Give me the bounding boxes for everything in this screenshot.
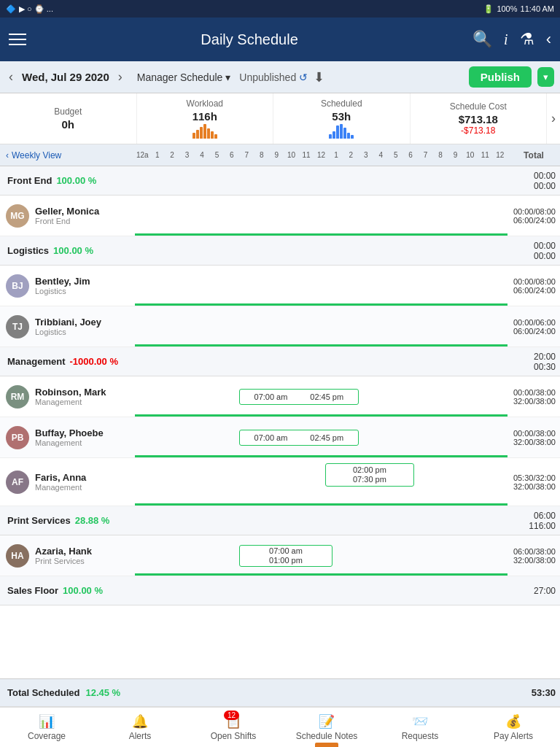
publish-button[interactable]: Publish (469, 66, 532, 88)
nav-requests[interactable]: 📨 Requests (373, 708, 467, 747)
schedule-dropdown-icon: ▾ (225, 71, 230, 83)
emp-dept-hank: Print Services (35, 557, 92, 565)
prev-date-button[interactable]: ‹ (6, 66, 16, 88)
timeline-anna[interactable]: 02:00 pm 07:30 pm (135, 458, 508, 506)
schedule-selector[interactable]: Manager Schedule ▾ (137, 71, 231, 83)
page-title: Daily Schedule (201, 31, 298, 48)
hamburger-menu[interactable] (9, 34, 26, 45)
emp-row-mark[interactable]: RM Robinson, Mark Management 07:00 am 02… (0, 376, 560, 417)
nav-left (9, 34, 26, 45)
workload-chart (192, 124, 217, 139)
status-bar: 🔷 ▶ ○ ⌚ ... 🔋 100% 11:40 AM (0, 0, 560, 18)
avatar-anna: AF (6, 471, 29, 494)
emp-row-phoebe[interactable]: PB Buffay, Phoebe Management 07:00 am 02… (0, 417, 560, 458)
weekly-view-label: Weekly View (12, 150, 61, 160)
time-6pm: 6 (403, 151, 418, 159)
dept-pct-frontend: 100.00 % (56, 175, 96, 186)
emp-total2-hank: 32:00/38:00 (513, 556, 556, 565)
nav-schedule-notes[interactable]: 📝 Schedule Notes (280, 708, 373, 747)
timeline-phoebe[interactable]: 07:00 am 02:45 pm (135, 417, 508, 457)
emp-row-jim[interactable]: BJ Bentley, Jim Logistics 00:00/08:00 06… (0, 266, 560, 306)
download-icon[interactable]: ⬇ (314, 69, 324, 85)
timeline-joey[interactable] (135, 306, 508, 347)
emp-row-joey[interactable]: TJ Tribbiani, Joey Logistics 00:00/06:00… (0, 306, 560, 347)
time-12a: 12a (135, 151, 149, 159)
emp-namedept-joey: Tribbiani, Joey Logistics (35, 317, 101, 336)
dept-row-frontend[interactable]: Front End 100.00 % 00:00 00:00 (0, 166, 560, 196)
weekly-view-button[interactable]: ‹ Weekly View (0, 150, 135, 160)
nav-pay-alerts[interactable]: 💰 Pay Alerts (467, 708, 560, 747)
time-3: 3 (179, 151, 194, 159)
timeline-hank[interactable]: 07:00 am 01:00 pm (135, 535, 508, 576)
budget-value: 0h (61, 118, 74, 131)
budget-label: Budget (54, 107, 82, 117)
nav-alerts[interactable]: 🔔 Alerts (93, 708, 187, 747)
emp-total1-mark: 00:00/38:00 (513, 388, 556, 397)
dept-total-printservices: 06:00 116:00 (508, 511, 560, 531)
dept-row-logistics[interactable]: Logistics 100.00 % 00:00 00:00 (0, 236, 560, 266)
emp-info-phoebe: PB Buffay, Phoebe Management (0, 426, 135, 449)
emp-dept-anna: Management (35, 483, 86, 492)
alerts-icon: 🔔 (132, 713, 148, 729)
schedule-header: ‹ Weekly View 12a 1 2 3 4 5 6 7 8 9 10 1… (0, 144, 560, 166)
top-nav: Daily Schedule 🔍 i ⚗ ‹ (0, 18, 560, 61)
shift-bar-hank[interactable]: 07:00 am 01:00 pm (239, 545, 332, 567)
emp-row-monica[interactable]: MG Geller, Monica Front End 00:00/08:00 … (0, 196, 560, 236)
coverage-label: Coverage (28, 731, 66, 741)
back-icon[interactable]: ‹ (546, 30, 551, 49)
timeline-monica[interactable] (135, 196, 508, 236)
timeline-jim[interactable] (135, 266, 508, 306)
emp-namedept-anna: Faris, Anna Management (35, 472, 86, 492)
schedule-content[interactable]: Front End 100.00 % 00:00 00:00 MG Geller… (0, 166, 560, 678)
emp-total1-joey: 00:00/06:00 (513, 318, 556, 327)
dept-pct-printservices: 28.88 % (75, 515, 110, 526)
total-scheduled-label: Total Scheduled (7, 687, 79, 698)
requests-label: Requests (402, 731, 439, 741)
next-date-button[interactable]: › (115, 66, 125, 88)
nav-coverage[interactable]: 📊 Coverage (0, 708, 93, 747)
time-11: 11 (299, 151, 314, 159)
nav-open-shifts[interactable]: 📋 Open Shifts 12 (187, 708, 280, 747)
dept-name-logistics: Logistics (7, 245, 49, 256)
time-10pm: 10 (463, 151, 478, 159)
info-icon[interactable]: i (504, 31, 508, 48)
emp-info-mark: RM Robinson, Mark Management (0, 385, 135, 409)
emp-total1-jim: 00:00/08:00 (513, 277, 556, 286)
avatar-phoebe: PB (6, 426, 29, 449)
dept-pct-logistics: 100.00 % (53, 245, 93, 256)
alerts-label: Alerts (129, 731, 152, 741)
unpublished-label: Unpublished (239, 71, 296, 83)
timeline-mark[interactable]: 07:00 am 02:45 pm (135, 376, 508, 417)
workload-value: 116h (192, 110, 217, 123)
search-icon[interactable]: 🔍 (472, 30, 492, 49)
chevron-left-icon: ‹ (6, 150, 9, 160)
dept-row-salesfloor[interactable]: Sales Floor 100.00 % 27:00 (0, 576, 560, 605)
bottom-nav: 📊 Coverage 🔔 Alerts 📋 Open Shifts 12 📝 S… (0, 706, 560, 747)
shift-bar-anna[interactable]: 02:00 pm 07:30 pm (325, 463, 415, 487)
emp-name-joey: Tribbiani, Joey (35, 317, 101, 328)
dept-total-management: 20:00 00:30 (508, 352, 560, 372)
avatar-mark: RM (6, 385, 29, 409)
time-4: 4 (195, 151, 209, 159)
dept-total2-management: 00:30 (534, 362, 556, 372)
bluetooth-icon: 🔷 (6, 4, 16, 14)
shift-bar-phoebe[interactable]: 07:00 am 02:45 pm (239, 430, 359, 446)
emp-info-monica: MG Geller, Monica Front End (0, 204, 135, 228)
time-11pm: 11 (478, 151, 492, 159)
time-8pm: 8 (433, 151, 448, 159)
emp-total2-mark: 32:00/38:00 (513, 397, 556, 406)
emp-total-hank: 06:00/38:00 32:00/38:00 (508, 547, 560, 565)
emp-total1-anna: 05:30/32:00 (513, 473, 556, 482)
emp-row-anna[interactable]: AF Faris, Anna Management 02:00 pm 07:30… (0, 458, 560, 506)
emp-name-anna: Faris, Anna (35, 472, 86, 483)
stats-nav-arrow[interactable]: › (547, 93, 560, 144)
battery-icon: 🔋 (483, 4, 494, 14)
publish-dropdown-button[interactable]: ▾ (537, 67, 554, 87)
dept-row-management[interactable]: Management -1000.00 % 20:00 00:30 (0, 347, 560, 376)
emp-row-hank[interactable]: HA Azaria, Hank Print Services 07:00 am … (0, 535, 560, 576)
shift-bar-mark[interactable]: 07:00 am 02:45 pm (239, 389, 359, 405)
filter-icon[interactable]: ⚗ (520, 30, 534, 49)
dept-row-printservices[interactable]: Print Services 28.88 % 06:00 116:00 (0, 506, 560, 535)
emp-total-mark: 00:00/38:00 32:00/38:00 (508, 388, 560, 406)
emp-name-jim: Bentley, Jim (35, 276, 90, 287)
